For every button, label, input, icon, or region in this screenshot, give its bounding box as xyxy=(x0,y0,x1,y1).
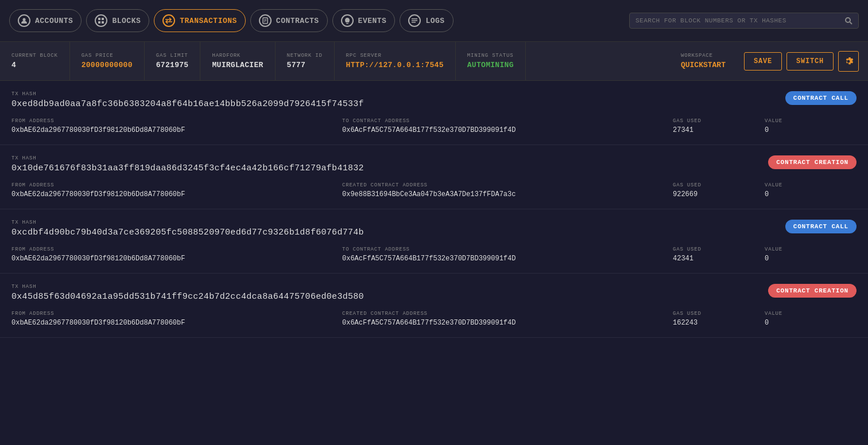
action-buttons: SAVE SWITCH xyxy=(735,42,868,80)
tx-gas-group: GAS USED 162243 xyxy=(673,311,765,327)
tx-gas-label: GAS USED xyxy=(673,311,765,317)
current-block-item: CURRENT BLOCK 4 xyxy=(0,42,70,80)
tx-type-badge: CONTRACT CREATION xyxy=(768,155,857,169)
search-input[interactable] xyxy=(636,17,840,24)
mining-status-value: AUTOMINING xyxy=(467,61,514,69)
svg-line-14 xyxy=(850,22,852,25)
tx-to-value: 0x6AcFfA5C757A664B177f532e370D7BD399091f… xyxy=(342,126,673,134)
workspace-value: QUICKSTART xyxy=(681,61,726,69)
tx-type-badge: CONTRACT CALL xyxy=(785,91,857,105)
nav-accounts-label: ACCOUNTS xyxy=(35,17,73,25)
tx-hash-value: 0x45d85f63d04692a1a95dd531b741ff9cc24b7d… xyxy=(11,292,364,302)
tx-gas-value: 42341 xyxy=(673,255,765,263)
nav-accounts[interactable]: ACCOUNTS xyxy=(9,9,82,32)
tx-to-group: TO CONTRACT ADDRESS 0x6AcFfA5C757A664B17… xyxy=(342,247,673,263)
tx-value-value: 0 xyxy=(765,126,857,134)
switch-button[interactable]: SWITCH xyxy=(786,52,834,71)
tx-to-label: CREATED CONTRACT ADDRESS xyxy=(342,182,673,188)
tx-header-row: TX HASH 0xed8db9ad0aa7a8fc36b6383204a8f6… xyxy=(11,91,857,118)
tx-gas-value: 922669 xyxy=(673,190,765,198)
tx-from-group: FROM ADDRESS 0xbAE62da2967780030fD3f9812… xyxy=(11,247,342,263)
tx-to-group: TO CONTRACT ADDRESS 0x6AcFfA5C757A664B17… xyxy=(342,118,673,134)
workspace-label: WORKSPACE xyxy=(681,53,726,58)
nav-blocks-label: BLOCKS xyxy=(112,17,141,25)
tx-value-group: VALUE 0 xyxy=(765,118,857,134)
tx-from-value: 0xbAE62da2967780030fD3f98120b6Dd8A778060… xyxy=(11,255,342,263)
tx-value-group: VALUE 0 xyxy=(765,247,857,263)
tx-type-badge: CONTRACT CALL xyxy=(785,220,857,233)
svg-rect-3 xyxy=(98,21,100,24)
tx-from-label: FROM ADDRESS xyxy=(11,311,342,317)
tx-value-label: VALUE xyxy=(765,311,857,317)
rpc-server-value: HTTP://127.0.0.1:7545 xyxy=(346,61,444,69)
gas-limit-item: GAS LIMIT 6721975 xyxy=(145,42,201,80)
tx-to-label: TO CONTRACT ADDRESS xyxy=(342,118,673,124)
transaction-item[interactable]: TX HASH 0xed8db9ad0aa7a8fc36b6383204a8f6… xyxy=(0,81,868,145)
svg-rect-10 xyxy=(412,18,417,19)
tx-value-group: VALUE 0 xyxy=(765,311,857,327)
settings-button[interactable] xyxy=(838,51,859,72)
tx-from-label: FROM ADDRESS xyxy=(11,247,342,252)
tx-to-value: 0x6AcFfA5C757A664B177f532e370D7BD399091f… xyxy=(342,319,673,327)
transaction-item[interactable]: TX HASH 0x10de761676f83b31aa3ff819daa86d… xyxy=(0,145,868,209)
gear-icon xyxy=(843,56,854,67)
network-id-label: NETWORK ID xyxy=(287,53,323,58)
blocks-icon xyxy=(95,14,107,27)
gas-price-label: GAS PRICE xyxy=(82,53,133,58)
tx-from-group: FROM ADDRESS 0xbAE62da2967780030fD3f9812… xyxy=(11,182,342,198)
tx-value-label: VALUE xyxy=(765,182,857,188)
tx-from-label: FROM ADDRESS xyxy=(11,182,342,188)
tx-to-group: CREATED CONTRACT ADDRESS 0x9e88B31694BbC… xyxy=(342,182,673,198)
search-bar[interactable] xyxy=(629,13,859,29)
tx-to-label: CREATED CONTRACT ADDRESS xyxy=(342,311,673,317)
tx-from-group: FROM ADDRESS 0xbAE62da2967780030fD3f9812… xyxy=(11,118,342,134)
contracts-icon xyxy=(259,14,272,27)
tx-gas-value: 162243 xyxy=(673,319,765,327)
transaction-item[interactable]: TX HASH 0x45d85f63d04692a1a95dd531b741ff… xyxy=(0,274,868,338)
tx-hash-block: TX HASH 0xcdbf4d90bc79b40d3a7ce369205fc5… xyxy=(11,220,364,247)
events-icon xyxy=(341,14,354,27)
tx-from-label: FROM ADDRESS xyxy=(11,118,342,124)
network-id-item: NETWORK ID 5777 xyxy=(276,42,335,80)
rpc-server-item: RPC SERVER HTTP://127.0.0.1:7545 xyxy=(335,42,456,80)
tx-gas-group: GAS USED 42341 xyxy=(673,247,765,263)
tx-details: FROM ADDRESS 0xbAE62da2967780030fD3f9812… xyxy=(11,118,857,134)
transaction-list: TX HASH 0xed8db9ad0aa7a8fc36b6383204a8f6… xyxy=(0,81,868,338)
transaction-item[interactable]: TX HASH 0xcdbf4d90bc79b40d3a7ce369205fc5… xyxy=(0,209,868,274)
tx-hash-label: TX HASH xyxy=(11,284,364,290)
gas-price-value: 20000000000 xyxy=(82,61,133,69)
save-button[interactable]: SAVE xyxy=(744,52,782,71)
nav-blocks[interactable]: BLOCKS xyxy=(86,9,149,32)
nav-transactions[interactable]: TRANSACTIONS xyxy=(154,9,246,32)
svg-rect-1 xyxy=(98,18,100,20)
nav-logs-label: LOGS xyxy=(425,17,444,25)
tx-gas-label: GAS USED xyxy=(673,118,765,124)
nav-events[interactable]: EVENTS xyxy=(332,9,396,32)
network-id-value: 5777 xyxy=(287,61,323,69)
tx-type-badge: CONTRACT CREATION xyxy=(768,284,857,298)
workspace-area: WORKSPACE QUICKSTART xyxy=(672,42,735,80)
svg-rect-4 xyxy=(102,21,104,24)
tx-gas-group: GAS USED 27341 xyxy=(673,118,765,134)
nav-contracts[interactable]: CONTRACTS xyxy=(250,9,328,32)
nav-logs[interactable]: LOGS xyxy=(400,9,453,32)
hardfork-value: MUIRGLACIER xyxy=(212,61,263,69)
tx-gas-value: 27341 xyxy=(673,126,765,134)
accounts-icon xyxy=(18,14,30,27)
tx-value-label: VALUE xyxy=(765,118,857,124)
svg-point-13 xyxy=(846,18,850,22)
tx-to-label: TO CONTRACT ADDRESS xyxy=(342,247,673,252)
tx-to-value: 0x6AcFfA5C757A664B177f532e370D7BD399091f… xyxy=(342,255,673,263)
tx-hash-block: TX HASH 0x10de761676f83b31aa3ff819daa86d… xyxy=(11,155,364,182)
tx-from-value: 0xbAE62da2967780030fD3f98120b6Dd8A778060… xyxy=(11,126,342,134)
main-nav: ACCOUNTS BLOCKS TRANSACTIONS CONTRA xyxy=(0,0,868,42)
current-block-label: CURRENT BLOCK xyxy=(11,53,58,58)
svg-point-0 xyxy=(23,18,26,21)
tx-gas-label: GAS USED xyxy=(673,247,765,252)
search-icon xyxy=(844,17,852,25)
tx-hash-block: TX HASH 0xed8db9ad0aa7a8fc36b6383204a8f6… xyxy=(11,91,364,118)
current-block-value: 4 xyxy=(11,61,58,69)
tx-value-group: VALUE 0 xyxy=(765,182,857,198)
tx-header-row: TX HASH 0x10de761676f83b31aa3ff819daa86d… xyxy=(11,155,857,182)
tx-hash-block: TX HASH 0x45d85f63d04692a1a95dd531b741ff… xyxy=(11,284,364,311)
